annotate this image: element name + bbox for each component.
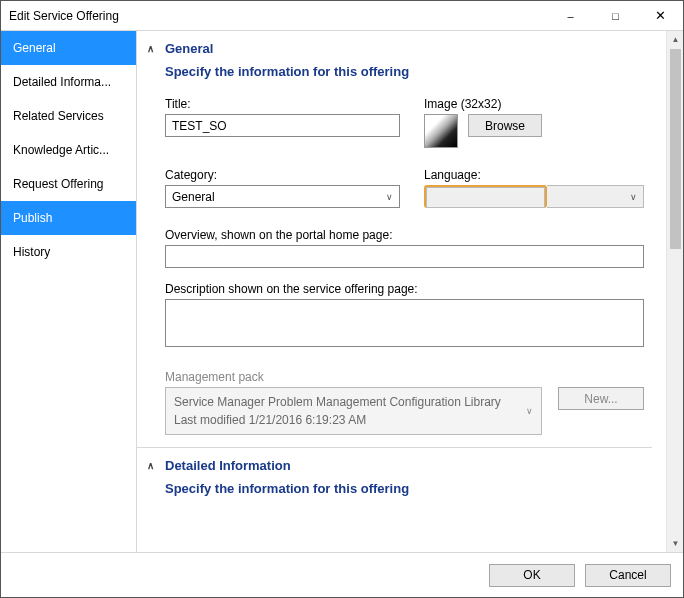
- mp-label: Management pack: [165, 370, 644, 384]
- sidebar: General Detailed Informa... Related Serv…: [1, 31, 137, 552]
- overview-label: Overview, shown on the portal home page:: [165, 228, 644, 242]
- description-input[interactable]: [165, 299, 644, 347]
- mp-name: Service Manager Problem Management Confi…: [174, 393, 526, 411]
- window-title: Edit Service Offering: [9, 9, 548, 23]
- section-header-detailed[interactable]: ∧ Detailed Information: [147, 454, 648, 475]
- category-label: Category:: [165, 168, 400, 182]
- minimize-button[interactable]: –: [548, 1, 593, 30]
- scrollbar-thumb[interactable]: [670, 49, 681, 249]
- title-label: Title:: [165, 97, 400, 111]
- sidebar-item-knowledge-articles[interactable]: Knowledge Artic...: [1, 133, 136, 167]
- title-input[interactable]: [165, 114, 400, 137]
- language-select[interactable]: ∨: [424, 185, 644, 208]
- edit-service-offering-window: Edit Service Offering – □ ✕ General Deta…: [0, 0, 684, 598]
- cancel-button[interactable]: Cancel: [585, 564, 671, 587]
- maximize-button[interactable]: □: [593, 1, 638, 30]
- chevron-down-icon: ∨: [526, 406, 533, 416]
- scroll-down-icon[interactable]: ▼: [667, 535, 683, 552]
- section-subheader-general: Specify the information for this offerin…: [147, 58, 648, 97]
- new-button[interactable]: New...: [558, 387, 644, 410]
- language-label: Language:: [424, 168, 644, 182]
- chevron-up-icon: ∧: [147, 460, 157, 471]
- sidebar-item-publish[interactable]: Publish: [1, 201, 136, 235]
- sidebar-item-general[interactable]: General: [1, 31, 136, 65]
- content-pane: ∧ General Specify the information for th…: [137, 31, 666, 552]
- language-highlight: [424, 185, 547, 208]
- mp-modified: Last modified 1/21/2016 6:19:23 AM: [174, 411, 526, 429]
- ok-button[interactable]: OK: [489, 564, 575, 587]
- scroll-up-icon[interactable]: ▲: [667, 31, 683, 48]
- vertical-scrollbar[interactable]: ▲ ▼: [666, 31, 683, 552]
- sidebar-item-detailed-information[interactable]: Detailed Informa...: [1, 65, 136, 99]
- browse-button[interactable]: Browse: [468, 114, 542, 137]
- description-label: Description shown on the service offerin…: [165, 282, 644, 296]
- section-subheader-detailed: Specify the information for this offerin…: [147, 475, 648, 504]
- titlebar: Edit Service Offering – □ ✕: [1, 1, 683, 31]
- chevron-down-icon: ∨: [630, 192, 637, 202]
- section-header-general[interactable]: ∧ General: [147, 37, 648, 58]
- image-label: Image (32x32): [424, 97, 644, 111]
- sidebar-item-history[interactable]: History: [1, 235, 136, 269]
- divider: [137, 447, 652, 448]
- category-select[interactable]: General ∨: [165, 185, 400, 208]
- management-pack-select[interactable]: Service Manager Problem Management Confi…: [165, 387, 542, 435]
- chevron-down-icon: ∨: [386, 192, 393, 202]
- chevron-up-icon: ∧: [147, 43, 157, 54]
- close-button[interactable]: ✕: [638, 1, 683, 30]
- overview-input[interactable]: [165, 245, 644, 268]
- image-thumbnail: [424, 114, 458, 148]
- sidebar-item-request-offering[interactable]: Request Offering: [1, 167, 136, 201]
- sidebar-item-related-services[interactable]: Related Services: [1, 99, 136, 133]
- footer: OK Cancel: [1, 553, 683, 597]
